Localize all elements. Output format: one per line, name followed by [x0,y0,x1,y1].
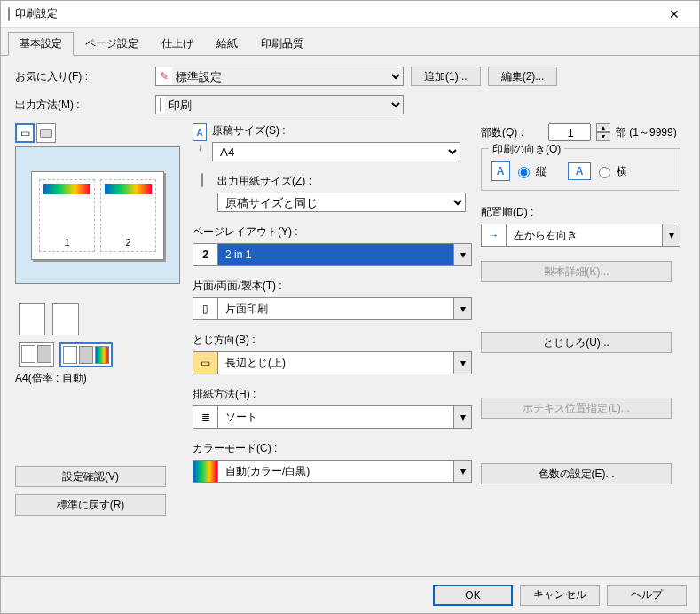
print-icon [156,98,165,111]
colormode-value: 自動(カラー/白黒) [218,464,453,479]
settings-body: ▭ 1 2 [15,123,685,523]
preview-page-1-num: 1 [64,237,69,248]
color-mode-thumbs [19,342,184,367]
middle-column: A ↓ 原稿サイズ(S) : A4 [193,123,472,523]
finishing-select[interactable]: ≣ ソート ▾ [193,405,472,429]
order-label: 配置順(D) : [481,205,680,220]
preview-mode-page-icon[interactable]: ▭ [15,123,35,143]
layout-2in1-icon: 2 [193,244,218,265]
portrait-label: 縦 [536,164,547,179]
chevron-down-icon: ▾ [662,224,680,246]
tab-bar: 基本設定 ページ設定 仕上げ 給紙 印刷品質 [1,28,699,56]
reset-defaults-button[interactable]: 標準に戻す(R) [15,494,166,516]
layout-select[interactable]: 2 2 in 1 ▾ [193,243,472,266]
chevron-down-icon: ▾ [453,352,471,374]
output-method-row: 出力方法(M) : 印刷 [15,95,685,114]
output-method-label: 出力方法(M) : [15,98,148,113]
finishing-block: 排紙方法(H) : ≣ ソート ▾ [193,387,472,429]
binding-block: とじ方向(B) : ▭ 長辺とじ(上) ▾ [193,333,472,374]
orientation-landscape-option[interactable]: A 横 [568,162,627,180]
copies-row: 部数(Q) : ▲ ▼ 部 (1～9999) [481,123,680,141]
copies-input[interactable] [548,123,591,141]
binding-value: 長辺とじ(上) [218,356,453,371]
tab-finishing[interactable]: 仕上げ [150,32,205,56]
tab-quality[interactable]: 印刷品質 [249,32,315,56]
copies-up-button[interactable]: ▲ [596,123,610,132]
gutter-button[interactable]: とじしろ(U)... [481,332,672,353]
favorite-add-button[interactable]: 追加(1)... [411,67,481,86]
binding-select[interactable]: ▭ 長辺とじ(上) ▾ [193,351,472,374]
landscape-label: 横 [617,164,627,179]
landscape-radio[interactable] [599,167,610,178]
color-strip-icon [105,184,152,194]
doc-a-icon: A [193,123,207,141]
stack-thumb-row [19,303,184,335]
output-method-select[interactable]: 印刷 [165,96,403,114]
orientation-portrait-option[interactable]: A 縦 [491,161,547,181]
duplex-value: 片面印刷 [218,302,453,317]
duplex-label: 片面/両面/製本(T) : [193,279,472,294]
order-value: 左から右向き [507,228,662,243]
out-size-block: 出力用紙サイズ(Z) : 原稿サイズと同じ [193,174,472,212]
cancel-button[interactable]: キャンセル [520,585,600,606]
binding-icon: ▭ [193,352,218,374]
left-to-right-icon: → [482,224,507,246]
window-title: 印刷設定 [15,6,657,21]
colormode-block: カラーモード(C) : 自動(カラー/白黒) ▾ [193,441,472,483]
titlebar: 印刷設定 ✕ [1,1,699,28]
preview-caption: A4(倍率 : 自動) [15,371,184,386]
doc-size-select[interactable]: A4 [212,142,460,161]
layout-block: ページレイアウト(Y) : 2 2 in 1 ▾ [193,224,472,266]
mode-bw-thumb[interactable] [19,342,54,367]
tab-paper-source[interactable]: 給紙 [205,32,249,56]
orientation-legend: 印刷の向き(O) [489,142,564,157]
stack-thumb-1-icon[interactable] [19,303,45,335]
out-size-label: 出力用紙サイズ(Z) : [217,174,472,189]
favorite-row: お気に入り(F) : ✎ 標準設定 追加(1)... 編集(2)... [15,67,685,86]
tab-content: お気に入り(F) : ✎ 標準設定 追加(1)... 編集(2)... 出力方法… [1,56,699,576]
order-select[interactable]: → 左から右向き ▾ [481,224,680,247]
color-count-button[interactable]: 色数の設定(E)... [481,463,672,484]
close-icon[interactable]: ✕ [657,7,692,21]
tray-icon [193,174,212,186]
printer-icon [8,8,10,20]
doc-size-label: 原稿サイズ(S) : [212,123,472,138]
copies-label: 部数(Q) : [481,125,543,140]
chevron-down-icon: ▾ [453,244,471,265]
preview-column: ▭ 1 2 [15,123,184,523]
stack-thumb-2-icon[interactable] [52,303,79,335]
ok-button[interactable]: OK [433,585,513,606]
preview-mode-printer-icon[interactable] [36,123,56,143]
copies-range: 部 (1～9999) [616,125,677,140]
layout-value: 2 in 1 [218,248,453,261]
favorite-select[interactable]: 標準設定 [172,67,403,85]
help-button[interactable]: ヘルプ [607,585,687,606]
single-side-icon: ▯ [193,298,218,319]
doc-size-block: A ↓ 原稿サイズ(S) : A4 [193,123,472,161]
sort-icon: ≣ [193,406,218,428]
layout-label: ページレイアウト(Y) : [193,224,472,240]
print-settings-window: 印刷設定 ✕ 基本設定 ページ設定 仕上げ 給紙 印刷品質 お気に入り(F) :… [0,0,700,614]
binding-label: とじ方向(B) : [193,333,472,348]
colormode-select[interactable]: 自動(カラー/白黒) ▾ [193,460,472,483]
favorite-edit-button[interactable]: 編集(2)... [488,67,558,86]
preview-page-2: 2 [100,179,156,252]
tab-basic[interactable]: 基本設定 [8,32,74,56]
rainbow-icon [193,460,218,482]
order-block: 配置順(D) : → 左から右向き ▾ [481,205,680,247]
duplex-select[interactable]: ▯ 片面印刷 ▾ [193,297,472,320]
staple-position-button: ホチキス位置指定(L)... [481,398,672,419]
portrait-icon: A [491,161,510,181]
landscape-icon: A [568,162,591,180]
out-size-select[interactable]: 原稿サイズと同じ [217,193,466,212]
portrait-radio[interactable] [518,167,530,178]
finishing-label: 排紙方法(H) : [193,387,472,402]
favorite-icon: ✎ [156,70,172,83]
confirm-settings-button[interactable]: 設定確認(V) [15,466,166,487]
copies-down-button[interactable]: ▼ [596,132,610,141]
tab-page-setup[interactable]: ページ設定 [74,32,150,56]
mode-color-thumb[interactable] [59,342,113,367]
orientation-fieldset: 印刷の向き(O) A 縦 A 横 [481,148,680,191]
duplex-block: 片面/両面/製本(T) : ▯ 片面印刷 ▾ [193,279,472,320]
finishing-value: ソート [218,410,453,425]
